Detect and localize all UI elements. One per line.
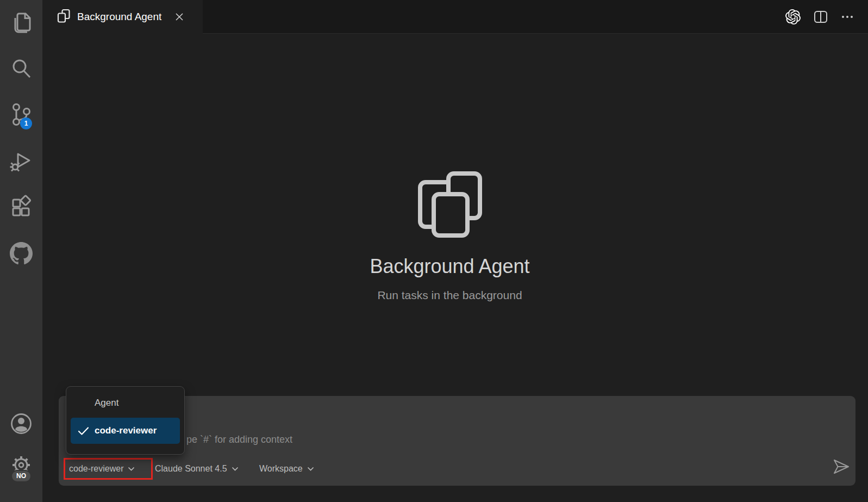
chevron-down-icon [128,462,135,475]
model-selector[interactable]: Claude Sonnet 4.5 [155,462,239,476]
send-icon [833,458,850,477]
menu-item-agent[interactable]: Agent [71,391,180,415]
sidebar-item-source-control[interactable]: 1 [0,99,42,132]
settings-badge: NO [11,470,32,482]
files-icon [10,10,33,35]
tab-label: Background Agent [77,11,161,23]
background-agent-logo [417,230,483,239]
sidebar-item-run-debug[interactable] [0,146,42,178]
more-actions-icon[interactable] [841,15,854,19]
editor-actions [785,0,854,34]
github-icon [10,242,33,265]
agent-mode-label: code-reviewer [69,462,123,475]
tab-bar: Background Agent [42,0,868,34]
extensions-icon [9,195,33,219]
chat-input-placeholder: pe `#` for adding context [186,433,292,446]
accounts-button[interactable] [0,407,42,440]
sidebar-item-search[interactable] [0,53,42,85]
agent-dropdown-menu: Agent code-reviewer [66,386,185,455]
page-title: Background Agent [42,255,857,278]
split-editor-icon[interactable] [814,10,828,24]
agent-mode-selector[interactable]: code-reviewer [69,462,135,476]
check-icon [78,426,89,436]
menu-item-code-reviewer[interactable]: code-reviewer [71,418,180,444]
chevron-down-icon [307,462,314,475]
tab-background-agent[interactable]: Background Agent [42,0,203,34]
send-button[interactable] [830,457,852,479]
sidebar-item-explorer[interactable] [0,7,42,39]
sidebar-item-github[interactable] [0,237,42,270]
scope-label: Workspace [259,462,303,475]
settings-button[interactable]: NO [0,449,42,481]
account-icon [9,412,33,436]
menu-item-label: code-reviewer [95,425,157,436]
debug-icon [9,150,33,174]
scope-selector[interactable]: Workspace [259,462,314,476]
activity-bar: 1 [0,0,42,502]
menu-item-label: Agent [95,398,118,408]
model-label: Claude Sonnet 4.5 [155,462,227,475]
openai-icon[interactable] [785,9,801,24]
welcome-view: Background Agent Run tasks in the backgr… [42,170,857,302]
sidebar-item-extensions[interactable] [0,190,42,223]
background-agent-icon [57,9,71,26]
page-subtitle: Run tasks in the background [42,289,857,302]
chevron-down-icon [232,462,239,475]
source-control-badge: 1 [20,117,32,129]
close-icon[interactable] [175,13,184,21]
search-icon [10,57,33,81]
